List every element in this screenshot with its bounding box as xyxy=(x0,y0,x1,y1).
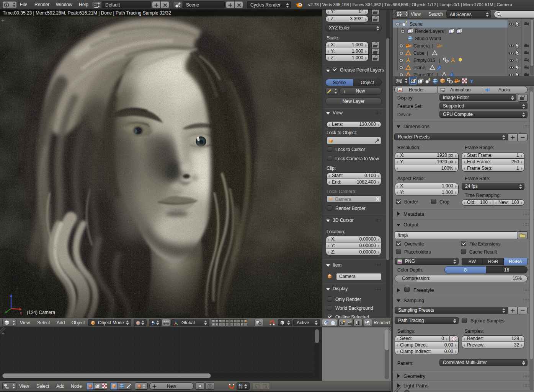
svg-text:x: x xyxy=(20,311,22,315)
